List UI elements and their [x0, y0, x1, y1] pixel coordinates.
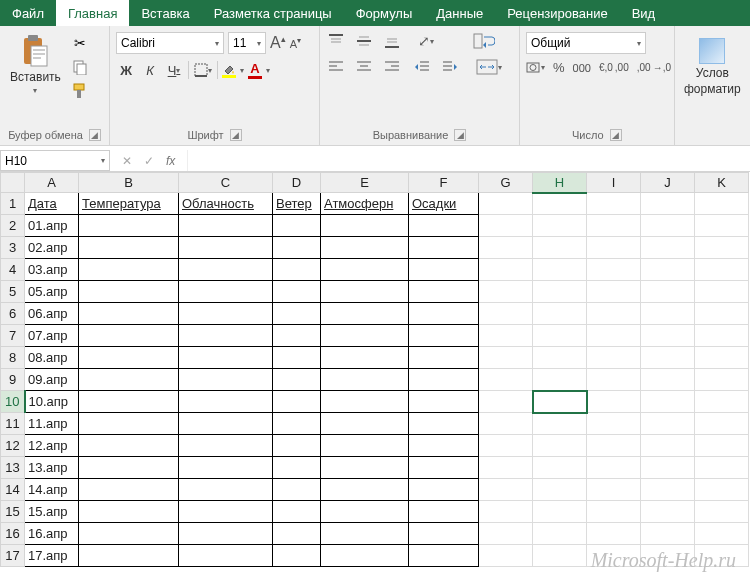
- cell-J6[interactable]: [641, 303, 695, 325]
- cell-F3[interactable]: [409, 237, 479, 259]
- cell-H14[interactable]: [533, 479, 587, 501]
- cell-A1[interactable]: Дата: [25, 193, 79, 215]
- cell-G12[interactable]: [479, 435, 533, 457]
- font-dialog-launcher[interactable]: ◢: [230, 129, 242, 141]
- cell-J13[interactable]: [641, 457, 695, 479]
- cell-J15[interactable]: [641, 501, 695, 523]
- cell-A14[interactable]: 14.апр: [25, 479, 79, 501]
- cell-A8[interactable]: 08.апр: [25, 347, 79, 369]
- tab-insert[interactable]: Вставка: [129, 0, 201, 26]
- cell-K1[interactable]: [695, 193, 749, 215]
- cell-D2[interactable]: [273, 215, 321, 237]
- cell-A6[interactable]: 06.апр: [25, 303, 79, 325]
- conditional-formatting-button[interactable]: Услов форматир: [681, 30, 744, 96]
- cell-F5[interactable]: [409, 281, 479, 303]
- cell-D16[interactable]: [273, 523, 321, 545]
- cell-D4[interactable]: [273, 259, 321, 281]
- comma-style-button[interactable]: 000: [573, 62, 591, 74]
- copy-button[interactable]: [71, 58, 89, 76]
- cell-G4[interactable]: [479, 259, 533, 281]
- increase-font-button[interactable]: A▴: [270, 34, 286, 52]
- format-painter-button[interactable]: [71, 82, 89, 100]
- cell-A9[interactable]: 09.апр: [25, 369, 79, 391]
- row-header-14[interactable]: 14: [1, 479, 25, 501]
- cell-J9[interactable]: [641, 369, 695, 391]
- cell-H12[interactable]: [533, 435, 587, 457]
- percent-button[interactable]: %: [553, 60, 565, 75]
- cell-F7[interactable]: [409, 325, 479, 347]
- col-header-E[interactable]: E: [321, 173, 409, 193]
- cell-C5[interactable]: [179, 281, 273, 303]
- cell-B4[interactable]: [79, 259, 179, 281]
- cell-D12[interactable]: [273, 435, 321, 457]
- cell-I15[interactable]: [587, 501, 641, 523]
- cell-C4[interactable]: [179, 259, 273, 281]
- row-header-12[interactable]: 12: [1, 435, 25, 457]
- cell-F2[interactable]: [409, 215, 479, 237]
- cell-F13[interactable]: [409, 457, 479, 479]
- cell-I4[interactable]: [587, 259, 641, 281]
- cell-E4[interactable]: [321, 259, 409, 281]
- cell-A12[interactable]: 12.апр: [25, 435, 79, 457]
- cell-J2[interactable]: [641, 215, 695, 237]
- cell-K14[interactable]: [695, 479, 749, 501]
- cell-J1[interactable]: [641, 193, 695, 215]
- number-format-select[interactable]: Общий▾: [526, 32, 646, 54]
- number-dialog-launcher[interactable]: ◢: [610, 129, 622, 141]
- formula-input[interactable]: [187, 150, 750, 171]
- cell-E8[interactable]: [321, 347, 409, 369]
- row-header-13[interactable]: 13: [1, 457, 25, 479]
- row-header-9[interactable]: 9: [1, 369, 25, 391]
- cell-I9[interactable]: [587, 369, 641, 391]
- cell-K15[interactable]: [695, 501, 749, 523]
- cell-J11[interactable]: [641, 413, 695, 435]
- cell-K5[interactable]: [695, 281, 749, 303]
- cell-B8[interactable]: [79, 347, 179, 369]
- cell-G17[interactable]: [479, 545, 533, 567]
- tab-formulas[interactable]: Формулы: [344, 0, 425, 26]
- tab-home[interactable]: Главная: [56, 0, 129, 26]
- border-button[interactable]: ▾: [193, 60, 213, 80]
- cell-I5[interactable]: [587, 281, 641, 303]
- cell-C11[interactable]: [179, 413, 273, 435]
- cell-H1[interactable]: [533, 193, 587, 215]
- wrap-text-button[interactable]: [470, 32, 498, 50]
- cell-A2[interactable]: 01.апр: [25, 215, 79, 237]
- cell-H11[interactable]: [533, 413, 587, 435]
- row-header-3[interactable]: 3: [1, 237, 25, 259]
- cell-C14[interactable]: [179, 479, 273, 501]
- cell-E16[interactable]: [321, 523, 409, 545]
- cell-H3[interactable]: [533, 237, 587, 259]
- cell-I10[interactable]: [587, 391, 641, 413]
- cell-D9[interactable]: [273, 369, 321, 391]
- cell-B14[interactable]: [79, 479, 179, 501]
- cell-D17[interactable]: [273, 545, 321, 567]
- cell-K7[interactable]: [695, 325, 749, 347]
- cell-A17[interactable]: 17.апр: [25, 545, 79, 567]
- row-header-8[interactable]: 8: [1, 347, 25, 369]
- cell-I17[interactable]: [587, 545, 641, 567]
- cell-K16[interactable]: [695, 523, 749, 545]
- decrease-font-button[interactable]: A▾: [290, 36, 301, 50]
- cell-H8[interactable]: [533, 347, 587, 369]
- cell-K12[interactable]: [695, 435, 749, 457]
- bold-button[interactable]: Ж: [116, 60, 136, 80]
- cell-I11[interactable]: [587, 413, 641, 435]
- cell-D7[interactable]: [273, 325, 321, 347]
- cell-C9[interactable]: [179, 369, 273, 391]
- cell-G2[interactable]: [479, 215, 533, 237]
- italic-button[interactable]: К: [140, 60, 160, 80]
- name-box[interactable]: H10 ▾: [0, 150, 110, 171]
- cell-G11[interactable]: [479, 413, 533, 435]
- cell-G5[interactable]: [479, 281, 533, 303]
- cell-I2[interactable]: [587, 215, 641, 237]
- row-header-2[interactable]: 2: [1, 215, 25, 237]
- cell-I1[interactable]: [587, 193, 641, 215]
- col-header-G[interactable]: G: [479, 173, 533, 193]
- cell-F16[interactable]: [409, 523, 479, 545]
- cell-D5[interactable]: [273, 281, 321, 303]
- cell-H7[interactable]: [533, 325, 587, 347]
- col-header-C[interactable]: C: [179, 173, 273, 193]
- cell-C7[interactable]: [179, 325, 273, 347]
- cell-H16[interactable]: [533, 523, 587, 545]
